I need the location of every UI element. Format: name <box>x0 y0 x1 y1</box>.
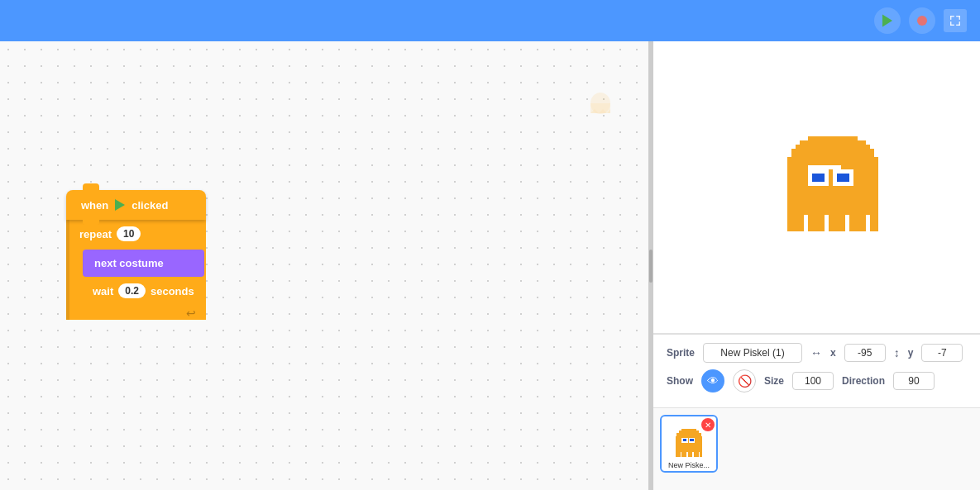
svg-rect-3 <box>950 16 951 20</box>
svg-rect-37 <box>787 198 878 202</box>
sprite-delete-button[interactable]: ✕ <box>701 418 715 431</box>
blocks-stack: when clicked repeat 10 <box>66 190 206 320</box>
x-input[interactable] <box>844 344 886 362</box>
svg-rect-49 <box>866 219 870 231</box>
svg-rect-25 <box>841 165 862 169</box>
clicked-label: clicked <box>131 199 168 212</box>
wait-block[interactable]: wait 0.2 seconds <box>83 277 204 305</box>
svg-rect-23 <box>816 165 833 169</box>
stage <box>653 41 980 334</box>
svg-rect-19 <box>787 157 878 161</box>
svg-rect-52 <box>676 433 700 436</box>
ghost-sprite-svg <box>779 132 887 240</box>
svg-rect-50 <box>681 429 696 430</box>
show-visible-button[interactable]: 👁 <box>701 369 724 392</box>
svg-rect-45 <box>870 215 878 231</box>
svg-rect-26 <box>862 165 878 169</box>
svg-rect-38 <box>787 202 878 207</box>
svg-rect-59 <box>676 452 681 457</box>
svg-rect-27 <box>787 169 808 186</box>
svg-rect-20 <box>787 161 878 165</box>
repeat-value[interactable]: 10 <box>117 226 141 241</box>
repeat-footer: ↩ <box>69 307 206 320</box>
right-panel: Sprite ↔ x ↕ y Show 👁 🚫 Size Direction <box>653 41 980 490</box>
repeat-label: repeat <box>79 228 112 240</box>
svg-rect-67 <box>699 454 700 457</box>
svg-rect-22 <box>808 165 816 169</box>
when-label: when <box>81 199 108 212</box>
x-label: x <box>830 347 836 359</box>
show-label: Show <box>667 375 693 387</box>
fullscreen-button[interactable] <box>944 9 967 32</box>
svg-rect-63 <box>700 452 702 457</box>
divider-handle <box>649 250 653 283</box>
y-label: y <box>908 347 914 359</box>
when-clicked-block[interactable]: when clicked <box>66 190 206 220</box>
sprite-label: Sprite <box>667 347 695 359</box>
svg-rect-40 <box>787 211 878 215</box>
svg-marker-13 <box>115 199 125 211</box>
controls-group <box>874 7 967 34</box>
flag-icon <box>880 13 895 28</box>
blocks-container: when clicked repeat 10 <box>66 190 206 320</box>
svg-rect-51 <box>679 431 698 433</box>
properties-panel: Sprite ↔ x ↕ y Show 👁 🚫 Size Direction <box>653 334 980 407</box>
show-props-row: Show 👁 🚫 Size Direction <box>667 369 967 392</box>
next-costume-label: next costume <box>94 257 164 269</box>
svg-rect-7 <box>950 25 954 26</box>
repeat-body: next costume wait 0.2 seconds <box>69 248 206 307</box>
svg-rect-14 <box>808 136 858 140</box>
y-arrows-icon: ↕ <box>894 346 900 359</box>
svg-rect-24 <box>833 165 841 169</box>
svg-rect-39 <box>787 207 878 211</box>
svg-rect-15 <box>800 140 866 145</box>
sprites-panel: ✕ New Piske... <box>653 407 980 490</box>
seconds-label: seconds <box>151 285 194 297</box>
svg-rect-65 <box>686 454 687 457</box>
sprite-props-row: Sprite ↔ x ↕ y <box>667 343 967 363</box>
sprite-thumbnail[interactable]: ✕ New Piske... <box>660 415 718 473</box>
svg-rect-62 <box>694 452 699 457</box>
size-input[interactable] <box>792 372 834 390</box>
run-flag-button[interactable] <box>874 7 901 34</box>
svg-rect-64 <box>681 454 681 457</box>
svg-rect-55 <box>683 439 686 441</box>
direction-label: Direction <box>842 375 885 387</box>
svg-rect-57 <box>690 439 693 441</box>
svg-rect-29 <box>812 174 825 182</box>
direction-input[interactable] <box>893 372 935 390</box>
svg-marker-0 <box>882 15 892 27</box>
repeat-block[interactable]: repeat 10 next costume wait 0.2 seconds <box>66 220 206 320</box>
end-curve-icon: ↩ <box>186 307 196 320</box>
svg-rect-42 <box>808 215 825 231</box>
wait-value[interactable]: 0.2 <box>118 283 146 298</box>
svg-rect-47 <box>825 219 829 231</box>
svg-rect-60 <box>681 452 686 457</box>
svg-rect-58 <box>676 443 702 453</box>
sprite-name-input[interactable] <box>703 343 802 363</box>
svg-rect-34 <box>787 186 878 190</box>
stop-button[interactable] <box>909 7 935 34</box>
code-area[interactable]: when clicked repeat 10 <box>0 41 648 490</box>
svg-rect-32 <box>837 174 849 182</box>
svg-rect-33 <box>853 169 878 186</box>
wait-label: wait <box>93 285 113 297</box>
main-layout: when clicked repeat 10 <box>0 41 980 490</box>
next-costume-block[interactable]: next costume <box>83 250 204 277</box>
xy-arrows-icon: ↔ <box>810 346 822 359</box>
svg-rect-16 <box>796 145 870 149</box>
svg-rect-35 <box>787 190 878 194</box>
size-label: Size <box>764 375 784 387</box>
stop-icon <box>915 14 929 27</box>
show-hidden-button[interactable]: 🚫 <box>733 369 756 392</box>
svg-rect-5 <box>959 16 960 20</box>
svg-rect-41 <box>787 215 804 231</box>
ghost-sprite <box>779 132 887 243</box>
ghost-watermark <box>586 91 615 127</box>
svg-rect-66 <box>692 454 693 457</box>
top-bar <box>0 0 980 41</box>
svg-rect-36 <box>787 194 878 198</box>
svg-rect-21 <box>787 165 808 169</box>
sprite-thumb-name: New Piske... <box>662 461 716 469</box>
y-input[interactable] <box>921 344 963 362</box>
